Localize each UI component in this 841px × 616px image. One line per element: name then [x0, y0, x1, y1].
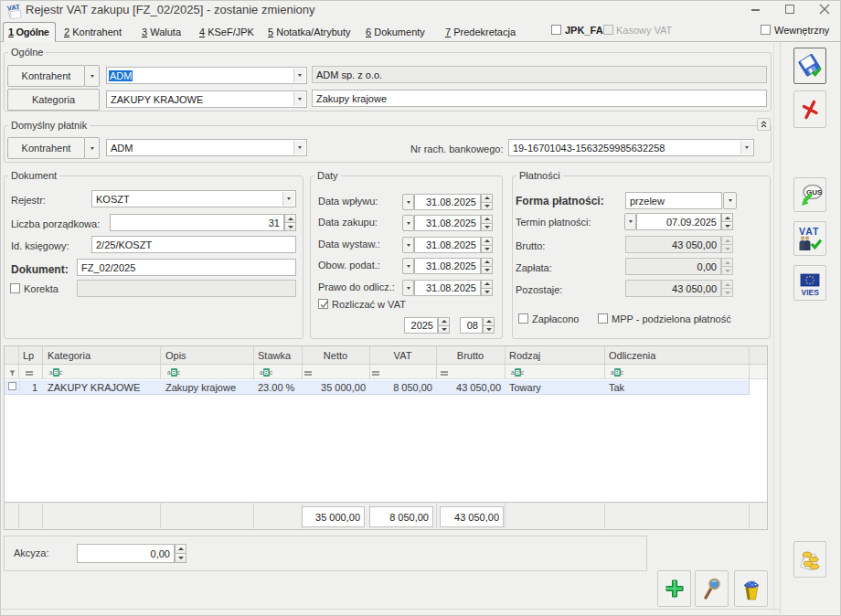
svg-text:VIES: VIES — [802, 288, 820, 297]
svg-text:VAT: VAT — [799, 226, 819, 237]
